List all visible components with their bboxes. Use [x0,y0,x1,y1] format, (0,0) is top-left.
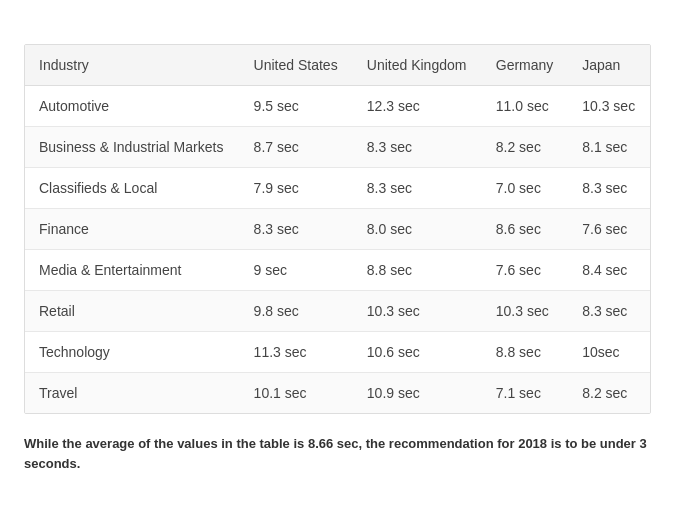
cell-industry: Classifieds & Local [25,168,240,209]
col-us: United States [240,45,353,86]
table-row: Finance8.3 sec8.0 sec8.6 sec7.6 sec [25,209,650,250]
cell-industry: Finance [25,209,240,250]
table-row: Classifieds & Local7.9 sec8.3 sec7.0 sec… [25,168,650,209]
footer-note: While the average of the values in the t… [24,434,651,473]
cell-de: 7.1 sec [482,373,568,414]
cell-jp: 8.1 sec [568,127,650,168]
table-row: Technology11.3 sec10.6 sec8.8 sec10sec [25,332,650,373]
table-row: Travel10.1 sec10.9 sec7.1 sec8.2 sec [25,373,650,414]
cell-industry: Retail [25,291,240,332]
cell-us: 9.8 sec [240,291,353,332]
cell-jp: 8.2 sec [568,373,650,414]
cell-de: 8.2 sec [482,127,568,168]
cell-uk: 10.9 sec [353,373,482,414]
speed-table: Industry United States United Kingdom Ge… [25,45,650,413]
cell-uk: 8.0 sec [353,209,482,250]
cell-de: 11.0 sec [482,86,568,127]
cell-us: 10.1 sec [240,373,353,414]
cell-jp: 8.3 sec [568,168,650,209]
cell-us: 8.3 sec [240,209,353,250]
cell-jp: 8.3 sec [568,291,650,332]
cell-industry: Technology [25,332,240,373]
cell-industry: Business & Industrial Markets [25,127,240,168]
cell-uk: 10.3 sec [353,291,482,332]
col-de: Germany [482,45,568,86]
table-row: Media & Entertainment9 sec8.8 sec7.6 sec… [25,250,650,291]
cell-uk: 12.3 sec [353,86,482,127]
cell-us: 8.7 sec [240,127,353,168]
cell-us: 11.3 sec [240,332,353,373]
col-jp: Japan [568,45,650,86]
speed-table-wrapper: Industry United States United Kingdom Ge… [24,44,651,414]
cell-uk: 8.3 sec [353,127,482,168]
cell-us: 7.9 sec [240,168,353,209]
cell-uk: 10.6 sec [353,332,482,373]
col-industry: Industry [25,45,240,86]
cell-jp: 7.6 sec [568,209,650,250]
cell-de: 8.8 sec [482,332,568,373]
header-row: Industry United States United Kingdom Ge… [25,45,650,86]
cell-jp: 8.4 sec [568,250,650,291]
cell-jp: 10sec [568,332,650,373]
cell-industry: Media & Entertainment [25,250,240,291]
cell-de: 7.6 sec [482,250,568,291]
cell-de: 10.3 sec [482,291,568,332]
table-row: Automotive9.5 sec12.3 sec11.0 sec10.3 se… [25,86,650,127]
cell-de: 8.6 sec [482,209,568,250]
cell-de: 7.0 sec [482,168,568,209]
table-header: Industry United States United Kingdom Ge… [25,45,650,86]
cell-uk: 8.8 sec [353,250,482,291]
cell-industry: Automotive [25,86,240,127]
cell-us: 9 sec [240,250,353,291]
cell-us: 9.5 sec [240,86,353,127]
col-uk: United Kingdom [353,45,482,86]
cell-uk: 8.3 sec [353,168,482,209]
cell-jp: 10.3 sec [568,86,650,127]
table-row: Business & Industrial Markets8.7 sec8.3 … [25,127,650,168]
table-body: Automotive9.5 sec12.3 sec11.0 sec10.3 se… [25,86,650,414]
table-row: Retail9.8 sec10.3 sec10.3 sec8.3 sec [25,291,650,332]
cell-industry: Travel [25,373,240,414]
